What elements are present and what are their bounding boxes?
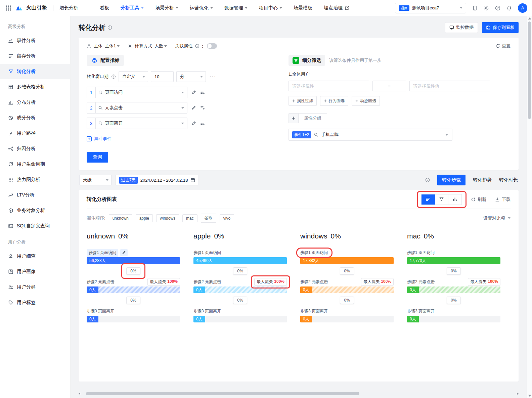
chart-type-steps-button[interactable] — [422, 194, 435, 205]
sidebar-item-sql-query[interactable]: SQL自定义查询 — [0, 218, 70, 234]
scroll-down-arrow[interactable] — [528, 395, 531, 397]
nav-item-data-management[interactable]: 数据管理 — [224, 5, 248, 11]
window-type-select[interactable]: 自定义 — [119, 71, 148, 82]
funnel-bar-step1[interactable]: 17,770人 — [407, 257, 500, 264]
sidebar-item-user-profile[interactable]: 用户画像 — [0, 264, 70, 279]
split-step-icon[interactable] — [200, 90, 205, 95]
sidebar-item-business-object[interactable]: 业务对象分析 — [0, 203, 70, 218]
gear-icon[interactable] — [484, 5, 489, 11]
funnel-bar-step2[interactable]: 0人 — [193, 286, 287, 293]
save-to-dashboard-button[interactable]: 保存到看板 — [482, 22, 519, 33]
scroll-right-arrow[interactable] — [517, 392, 519, 395]
chart-type-funnel-button[interactable] — [435, 194, 448, 205]
configure-metrics-button[interactable]: 配置指标 — [87, 55, 124, 66]
download-button[interactable]: 下载 — [495, 196, 511, 203]
refresh-button[interactable]: 刷新 — [471, 196, 486, 203]
funnel-bar-step2[interactable]: 0人 — [87, 286, 180, 293]
sidebar-item-user-tag[interactable]: 用户标签 — [0, 295, 70, 310]
tab-conversion-steps[interactable]: 转化步骤 — [437, 175, 466, 185]
order-tag[interactable]: windows — [156, 214, 179, 222]
project-selector[interactable]: 项目 测试项目eca7 — [395, 3, 466, 13]
window-value-input[interactable]: 10 — [151, 71, 174, 82]
nav-item-operation[interactable]: 运营优化 — [190, 5, 213, 11]
device-icon[interactable] — [472, 5, 478, 11]
info-icon[interactable] — [107, 25, 112, 30]
sidebar-item-heatmap[interactable]: 热力图分析 — [0, 172, 70, 187]
split-step-icon[interactable] — [200, 121, 205, 126]
more-options[interactable]: ··· — [210, 74, 216, 79]
help-icon[interactable] — [495, 5, 500, 11]
add-behavior-filter-button[interactable]: 行为圈选 — [320, 96, 348, 106]
nav-item-analysis-tools[interactable]: 分析工具 — [121, 5, 144, 11]
nav-item-dashboard[interactable]: 看板 — [100, 5, 109, 11]
funnel-bar-step2[interactable]: 0人 — [300, 286, 394, 293]
order-tag[interactable]: mac — [182, 214, 197, 222]
avatar[interactable]: A — [518, 3, 527, 13]
order-tag[interactable]: apple — [136, 214, 153, 222]
nav-item-scene-template[interactable]: 场景模板 — [294, 5, 312, 11]
scrollbar-thumb[interactable] — [528, 21, 531, 119]
sidebar-item-ltv[interactable]: LTV分析 — [0, 187, 70, 203]
nav-item-project-center[interactable]: 项目中心 — [259, 5, 282, 11]
scroll-left-arrow[interactable] — [79, 392, 80, 395]
edit-step-icon[interactable] — [191, 90, 196, 95]
add-funnel-event-button[interactable]: 漏斗事件 — [87, 136, 112, 142]
sidebar-item-conversion[interactable]: 转化分析 — [0, 64, 70, 79]
sidebar-item-events[interactable]: 事件分析 — [0, 33, 70, 48]
step-3-event-select[interactable]: 3 页面离开 — [87, 118, 187, 129]
funnel-bar-step2[interactable]: 0人 — [407, 286, 500, 293]
order-tag[interactable]: 谷歌 — [201, 214, 216, 223]
tab-conversion-trend[interactable]: 转化趋势 — [473, 177, 492, 183]
scrollbar-thumb[interactable] — [86, 392, 359, 395]
chart-type-columns-button[interactable] — [448, 194, 462, 205]
calc-select[interactable]: 人数 — [154, 43, 167, 49]
attribute-group-button[interactable]: 属性分组 — [299, 113, 327, 123]
date-range-picker[interactable]: 过去7天 2024.02.12 - 2024.02.18 — [116, 175, 199, 185]
add-attribute-filter-button[interactable]: 属性过滤 — [289, 96, 317, 106]
funnel-bar-step1[interactable]: 45,490人 — [193, 257, 287, 264]
tab-conversion-duration[interactable]: 转化时长 — [499, 177, 518, 183]
sidebar-item-distribution[interactable]: 分布分析 — [0, 95, 70, 110]
add-group-button[interactable] — [289, 113, 299, 123]
nav-item-tracking-governance[interactable]: 埋点治理 — [324, 5, 349, 11]
edit-step-icon[interactable] — [191, 105, 196, 110]
attribute-value-input[interactable] — [409, 81, 490, 91]
reset-button[interactable]: 重置 — [495, 43, 511, 49]
sidebar-item-user-segment[interactable]: 用户分群 — [0, 279, 70, 295]
sidebar-item-attribution[interactable]: 归因分析 — [0, 141, 70, 157]
set-comparison-button[interactable]: 设置对比项 — [483, 215, 511, 221]
bell-icon[interactable] — [506, 5, 512, 11]
attribute-input[interactable] — [289, 81, 369, 91]
funnel-bar-step3[interactable]: 0人 — [300, 316, 394, 322]
sidebar-item-user-path[interactable]: 用户路径 — [0, 126, 70, 141]
step-1-event-select[interactable]: 1 页面访问 — [87, 87, 187, 98]
query-button[interactable]: 查询 — [87, 152, 108, 163]
sidebar-item-lifecycle[interactable]: 用户生命周期 — [0, 157, 70, 172]
group-by-selector[interactable]: 事件1+2 手机品牌 — [289, 129, 452, 141]
granularity-select[interactable]: 天级 — [79, 175, 112, 185]
sidebar-item-composition[interactable]: 成分分析 — [0, 110, 70, 126]
monitor-data-button[interactable]: 监控数据 — [445, 22, 478, 33]
subject-select[interactable]: 主体1 — [105, 43, 120, 49]
order-tag[interactable]: unknown — [109, 214, 132, 222]
sidebar-item-pivot-table[interactable]: 多维表格分析 — [0, 79, 70, 95]
scroll-up-arrow[interactable] — [528, 17, 531, 19]
nav-item-scene-analysis[interactable]: 场景分析 — [155, 5, 178, 11]
step-2-event-select[interactable]: 2 元素点击 — [87, 102, 187, 114]
order-tag[interactable]: vivo — [220, 214, 234, 222]
operator-select[interactable]: = — [372, 81, 406, 91]
window-unit-select[interactable]: 分 — [176, 71, 206, 82]
info-icon[interactable] — [195, 44, 200, 48]
funnel-bar-step3[interactable]: 0人 — [87, 316, 180, 322]
funnel-bar-step3[interactable]: 0人 — [407, 316, 500, 322]
edit-step-icon[interactable] — [191, 121, 196, 126]
segment-filter-button[interactable]: 细分筛选 — [289, 55, 325, 66]
split-step-icon[interactable] — [200, 105, 205, 110]
funnel-bar-step1[interactable]: 56,283人 — [87, 257, 180, 264]
add-dynamic-filter-button[interactable]: 动态圈选 — [352, 96, 380, 106]
sidebar-item-retention[interactable]: 留存分析 — [0, 48, 70, 64]
funnel-bar-step1[interactable]: 17,882人 — [300, 257, 394, 264]
app-grid-icon[interactable] — [5, 4, 12, 12]
sidebar-item-user-inspect[interactable]: 用户细查 — [0, 249, 70, 264]
info-icon[interactable] — [111, 74, 116, 79]
